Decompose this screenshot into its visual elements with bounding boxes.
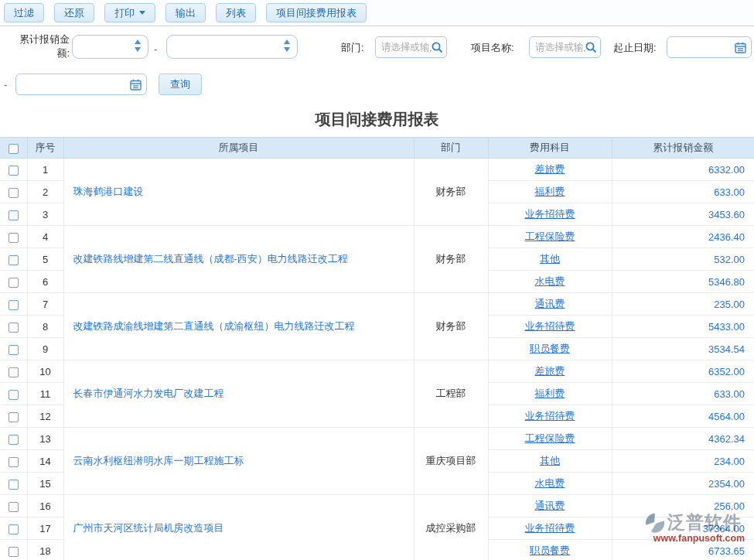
row-number: 1 xyxy=(27,159,63,181)
row-checkbox[interactable] xyxy=(9,524,19,534)
list-button[interactable]: 列表 xyxy=(216,3,256,22)
row-number: 5 xyxy=(27,248,63,271)
amount-cell: 5346.80 xyxy=(612,271,754,293)
project-link[interactable]: 改建铁路线增建第二线直通线（成都-西安）电力线路迁改工程 xyxy=(63,226,414,293)
search-icon[interactable] xyxy=(585,41,597,53)
row-checkbox[interactable] xyxy=(9,210,19,220)
row-checkbox[interactable] xyxy=(9,547,19,557)
subject-link[interactable]: 差旅费 xyxy=(488,159,612,181)
search-icon[interactable] xyxy=(431,41,443,53)
chevron-down-icon xyxy=(139,11,145,15)
project-link[interactable]: 长春市伊通河水力发电厂改建工程 xyxy=(63,360,414,428)
row-checkbox[interactable] xyxy=(9,502,19,512)
row-checkbox[interactable] xyxy=(9,166,19,176)
row-number: 10 xyxy=(27,360,63,383)
checkbox-cell xyxy=(0,271,27,293)
date-start-input[interactable] xyxy=(674,37,735,57)
amount-cell: 37364.00 xyxy=(612,517,754,540)
subject-link[interactable]: 福利费 xyxy=(488,383,612,405)
row-checkbox[interactable] xyxy=(9,188,19,198)
row-checkbox[interactable] xyxy=(9,233,19,243)
date-end-input[interactable] xyxy=(22,74,131,94)
subject-link[interactable]: 业务招待费 xyxy=(488,203,612,226)
amount-cell: 633.00 xyxy=(612,181,754,203)
subject-link[interactable]: 通讯费 xyxy=(488,293,612,316)
amount-max-stepper xyxy=(166,35,298,59)
department-cell: 财务部 xyxy=(414,226,488,293)
row-number: 3 xyxy=(27,203,63,226)
project-search-input[interactable] xyxy=(535,37,585,57)
calendar-icon[interactable] xyxy=(130,79,142,90)
table-row: 1 珠海鹤港口建设 财务部 差旅费 6332.00 xyxy=(0,159,754,181)
checkbox-cell xyxy=(0,181,27,203)
row-checkbox[interactable] xyxy=(9,278,19,288)
row-number: 14 xyxy=(27,450,63,473)
date-end-field xyxy=(15,73,147,95)
row-number: 7 xyxy=(27,293,63,316)
col-header-department: 部门 xyxy=(414,138,488,159)
col-header-amount: 累计报销金额 xyxy=(612,138,754,159)
checkbox-cell xyxy=(0,428,27,450)
subject-link[interactable]: 业务招待费 xyxy=(488,517,612,540)
amount-cell: 235.00 xyxy=(612,293,754,316)
spinner-arrows-icon[interactable] xyxy=(135,39,141,52)
subject-link[interactable]: 职员餐费 xyxy=(488,338,612,360)
subject-link[interactable]: 工程保险费 xyxy=(488,226,612,248)
project-link[interactable]: 改建铁路成渝线增建第二直通线（成渝枢纽）电力线路迁改工程 xyxy=(63,293,414,360)
checkbox-cell xyxy=(0,473,27,495)
select-all-checkbox[interactable] xyxy=(9,144,19,154)
department-cell: 重庆项目部 xyxy=(414,428,488,495)
checkbox-cell xyxy=(0,293,27,316)
page-title: 项目间接费用报表 xyxy=(0,101,754,137)
report-page: 过滤 还原 打印 输出 列表 项目间接费用报表 累计报销金额: - 部门: 项目… xyxy=(0,0,754,560)
select-all-cell xyxy=(0,138,27,159)
subject-link[interactable]: 福利费 xyxy=(488,181,612,203)
project-link[interactable]: 珠海鹤港口建设 xyxy=(63,159,414,226)
checkbox-cell xyxy=(0,517,27,540)
row-checkbox[interactable] xyxy=(9,345,19,355)
row-checkbox[interactable] xyxy=(9,390,19,400)
subject-link[interactable]: 业务招待费 xyxy=(488,405,612,428)
amount-max-input[interactable] xyxy=(173,36,280,58)
filter-button[interactable]: 过滤 xyxy=(4,3,44,22)
subject-link[interactable]: 其他 xyxy=(488,450,612,473)
spinner-arrows-icon[interactable] xyxy=(284,39,290,52)
restore-button[interactable]: 还原 xyxy=(54,3,94,22)
row-checkbox[interactable] xyxy=(9,435,19,445)
row-checkbox[interactable] xyxy=(9,300,19,310)
amount-min-input[interactable] xyxy=(79,36,131,58)
export-button[interactable]: 输出 xyxy=(165,3,206,22)
subject-link[interactable]: 其他 xyxy=(488,248,612,271)
print-button[interactable]: 打印 xyxy=(104,3,155,22)
project-link[interactable]: 广州市天河区统计局机房改造项目 xyxy=(63,495,414,560)
amount-cell: 256.00 xyxy=(612,495,754,517)
subject-link[interactable]: 业务招待费 xyxy=(488,316,612,338)
row-checkbox[interactable] xyxy=(9,323,19,333)
row-number: 6 xyxy=(27,271,63,293)
report-tab-button[interactable]: 项目间接费用报表 xyxy=(266,3,367,22)
row-checkbox[interactable] xyxy=(9,480,19,490)
row-checkbox[interactable] xyxy=(9,255,19,265)
query-button[interactable]: 查询 xyxy=(159,73,202,95)
amount-cell: 532.00 xyxy=(612,248,754,271)
amount-cell: 2354.00 xyxy=(612,473,754,495)
checkbox-cell xyxy=(0,360,27,383)
subject-link[interactable]: 水电费 xyxy=(488,473,612,495)
row-checkbox[interactable] xyxy=(9,412,19,422)
project-link[interactable]: 云南水利枢纽潜明水库一期工程施工标 xyxy=(63,428,414,495)
checkbox-cell xyxy=(0,338,27,360)
subject-link[interactable]: 差旅费 xyxy=(488,360,612,383)
department-search-input[interactable] xyxy=(381,37,432,57)
subject-link[interactable]: 工程保险费 xyxy=(488,428,612,450)
row-number: 4 xyxy=(27,226,63,248)
row-checkbox[interactable] xyxy=(9,457,19,467)
subject-link[interactable]: 职员餐费 xyxy=(488,540,612,560)
subject-link[interactable]: 通讯费 xyxy=(488,495,612,517)
table-row: 13 云南水利枢纽潜明水库一期工程施工标 重庆项目部 工程保险费 4362.34 xyxy=(0,428,754,450)
subject-link[interactable]: 水电费 xyxy=(488,271,612,293)
report-tab-label: 项目间接费用报表 xyxy=(276,6,357,20)
checkbox-cell xyxy=(0,226,27,248)
row-checkbox[interactable] xyxy=(9,367,19,377)
row-number: 11 xyxy=(27,383,63,405)
calendar-icon[interactable] xyxy=(735,42,746,53)
